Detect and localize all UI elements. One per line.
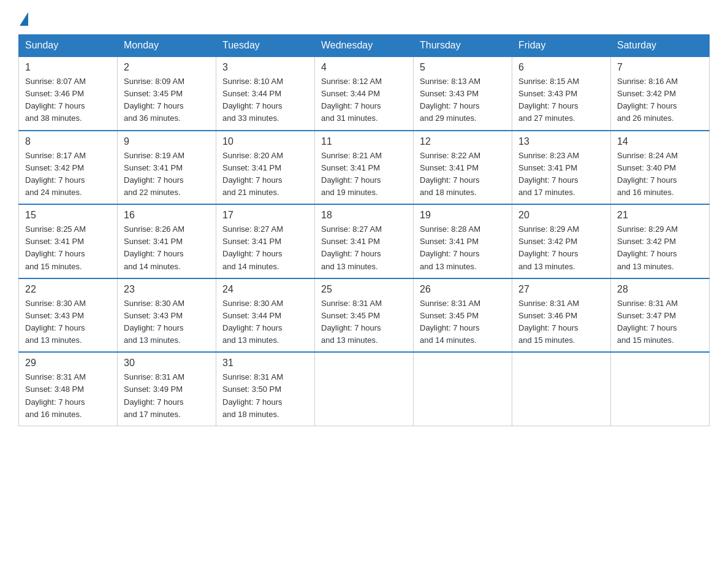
day-number: 31 (222, 358, 308, 369)
weekday-header-tuesday: Tuesday (216, 35, 315, 57)
day-info: Sunrise: 8:16 AM Sunset: 3:42 PM Dayligh… (617, 75, 703, 125)
day-number: 6 (518, 62, 604, 73)
calendar-cell: 24 Sunrise: 8:30 AM Sunset: 3:44 PM Dayl… (216, 278, 315, 353)
day-info: Sunrise: 8:30 AM Sunset: 3:43 PM Dayligh… (25, 297, 111, 347)
day-info: Sunrise: 8:27 AM Sunset: 3:41 PM Dayligh… (321, 223, 407, 273)
logo-triangle-icon (20, 12, 28, 26)
day-info: Sunrise: 8:20 AM Sunset: 3:41 PM Dayligh… (222, 150, 308, 199)
calendar-cell: 10 Sunrise: 8:20 AM Sunset: 3:41 PM Dayl… (216, 131, 315, 205)
calendar-cell (315, 352, 414, 426)
day-number: 12 (420, 136, 506, 147)
day-info: Sunrise: 8:17 AM Sunset: 3:42 PM Dayligh… (25, 150, 111, 199)
day-info: Sunrise: 8:19 AM Sunset: 3:41 PM Dayligh… (124, 150, 210, 199)
day-info: Sunrise: 8:10 AM Sunset: 3:44 PM Dayligh… (222, 75, 308, 125)
day-info: Sunrise: 8:24 AM Sunset: 3:40 PM Dayligh… (617, 150, 703, 199)
day-number: 2 (124, 62, 210, 73)
calendar-week-row: 1 Sunrise: 8:07 AM Sunset: 3:46 PM Dayli… (19, 56, 710, 131)
day-info: Sunrise: 8:23 AM Sunset: 3:41 PM Dayligh… (518, 150, 604, 199)
day-number: 14 (617, 136, 703, 147)
calendar-cell: 30 Sunrise: 8:31 AM Sunset: 3:49 PM Dayl… (118, 352, 216, 426)
calendar-week-row: 22 Sunrise: 8:30 AM Sunset: 3:43 PM Dayl… (19, 278, 710, 353)
day-number: 7 (617, 62, 703, 73)
calendar-cell: 19 Sunrise: 8:28 AM Sunset: 3:41 PM Dayl… (414, 204, 512, 278)
day-info: Sunrise: 8:26 AM Sunset: 3:41 PM Dayligh… (124, 223, 210, 273)
calendar-cell: 1 Sunrise: 8:07 AM Sunset: 3:46 PM Dayli… (19, 56, 118, 131)
day-number: 18 (321, 210, 407, 221)
day-info: Sunrise: 8:31 AM Sunset: 3:48 PM Dayligh… (25, 371, 111, 421)
day-number: 25 (321, 284, 407, 295)
calendar-cell: 13 Sunrise: 8:23 AM Sunset: 3:41 PM Dayl… (512, 131, 611, 205)
day-number: 1 (25, 62, 111, 73)
calendar-cell: 16 Sunrise: 8:26 AM Sunset: 3:41 PM Dayl… (118, 204, 216, 278)
calendar-cell: 25 Sunrise: 8:31 AM Sunset: 3:45 PM Dayl… (315, 278, 414, 353)
day-info: Sunrise: 8:31 AM Sunset: 3:45 PM Dayligh… (321, 297, 407, 347)
day-info: Sunrise: 8:28 AM Sunset: 3:41 PM Dayligh… (420, 223, 506, 273)
calendar-cell: 26 Sunrise: 8:31 AM Sunset: 3:45 PM Dayl… (414, 278, 512, 353)
calendar-cell (512, 352, 611, 426)
day-number: 3 (222, 62, 308, 73)
calendar-body: 1 Sunrise: 8:07 AM Sunset: 3:46 PM Dayli… (19, 56, 710, 426)
weekday-header-monday: Monday (118, 35, 216, 57)
weekday-header-sunday: Sunday (19, 35, 118, 57)
weekday-header-row: SundayMondayTuesdayWednesdayThursdayFrid… (19, 35, 710, 57)
page-header (18, 12, 710, 25)
calendar-cell: 4 Sunrise: 8:12 AM Sunset: 3:44 PM Dayli… (315, 56, 414, 131)
calendar-cell: 29 Sunrise: 8:31 AM Sunset: 3:48 PM Dayl… (19, 352, 118, 426)
calendar-cell: 27 Sunrise: 8:31 AM Sunset: 3:46 PM Dayl… (512, 278, 611, 353)
day-number: 8 (25, 136, 111, 147)
day-info: Sunrise: 8:27 AM Sunset: 3:41 PM Dayligh… (222, 223, 308, 273)
day-info: Sunrise: 8:09 AM Sunset: 3:45 PM Dayligh… (124, 75, 210, 125)
calendar-cell (611, 352, 710, 426)
calendar-week-row: 8 Sunrise: 8:17 AM Sunset: 3:42 PM Dayli… (19, 131, 710, 205)
calendar-cell: 2 Sunrise: 8:09 AM Sunset: 3:45 PM Dayli… (118, 56, 216, 131)
calendar-cell: 9 Sunrise: 8:19 AM Sunset: 3:41 PM Dayli… (118, 131, 216, 205)
day-number: 28 (617, 284, 703, 295)
calendar-cell: 11 Sunrise: 8:21 AM Sunset: 3:41 PM Dayl… (315, 131, 414, 205)
calendar-cell: 31 Sunrise: 8:31 AM Sunset: 3:50 PM Dayl… (216, 352, 315, 426)
day-info: Sunrise: 8:31 AM Sunset: 3:49 PM Dayligh… (124, 371, 210, 421)
calendar-cell: 23 Sunrise: 8:30 AM Sunset: 3:43 PM Dayl… (118, 278, 216, 353)
logo (18, 12, 28, 25)
calendar-cell: 14 Sunrise: 8:24 AM Sunset: 3:40 PM Dayl… (611, 131, 710, 205)
day-info: Sunrise: 8:31 AM Sunset: 3:47 PM Dayligh… (617, 297, 703, 347)
day-number: 24 (222, 284, 308, 295)
day-info: Sunrise: 8:13 AM Sunset: 3:43 PM Dayligh… (420, 75, 506, 125)
day-info: Sunrise: 8:29 AM Sunset: 3:42 PM Dayligh… (518, 223, 604, 273)
day-info: Sunrise: 8:31 AM Sunset: 3:46 PM Dayligh… (518, 297, 604, 347)
day-number: 10 (222, 136, 308, 147)
day-info: Sunrise: 8:15 AM Sunset: 3:43 PM Dayligh… (518, 75, 604, 125)
calendar-cell: 22 Sunrise: 8:30 AM Sunset: 3:43 PM Dayl… (19, 278, 118, 353)
calendar-header: SundayMondayTuesdayWednesdayThursdayFrid… (19, 35, 710, 57)
calendar-cell: 6 Sunrise: 8:15 AM Sunset: 3:43 PM Dayli… (512, 56, 611, 131)
day-number: 5 (420, 62, 506, 73)
day-info: Sunrise: 8:31 AM Sunset: 3:45 PM Dayligh… (420, 297, 506, 347)
day-info: Sunrise: 8:22 AM Sunset: 3:41 PM Dayligh… (420, 150, 506, 199)
calendar-cell: 21 Sunrise: 8:29 AM Sunset: 3:42 PM Dayl… (611, 204, 710, 278)
day-number: 30 (124, 358, 210, 369)
calendar-cell: 5 Sunrise: 8:13 AM Sunset: 3:43 PM Dayli… (414, 56, 512, 131)
calendar-cell: 20 Sunrise: 8:29 AM Sunset: 3:42 PM Dayl… (512, 204, 611, 278)
calendar-cell: 17 Sunrise: 8:27 AM Sunset: 3:41 PM Dayl… (216, 204, 315, 278)
calendar-cell: 18 Sunrise: 8:27 AM Sunset: 3:41 PM Dayl… (315, 204, 414, 278)
day-number: 29 (25, 358, 111, 369)
day-info: Sunrise: 8:30 AM Sunset: 3:43 PM Dayligh… (124, 297, 210, 347)
calendar-week-row: 15 Sunrise: 8:25 AM Sunset: 3:41 PM Dayl… (19, 204, 710, 278)
calendar-cell: 28 Sunrise: 8:31 AM Sunset: 3:47 PM Dayl… (611, 278, 710, 353)
day-number: 26 (420, 284, 506, 295)
day-info: Sunrise: 8:30 AM Sunset: 3:44 PM Dayligh… (222, 297, 308, 347)
calendar-cell: 15 Sunrise: 8:25 AM Sunset: 3:41 PM Dayl… (19, 204, 118, 278)
day-number: 27 (518, 284, 604, 295)
calendar-cell: 8 Sunrise: 8:17 AM Sunset: 3:42 PM Dayli… (19, 131, 118, 205)
day-number: 22 (25, 284, 111, 295)
weekday-header-friday: Friday (512, 35, 611, 57)
logo-text (18, 12, 28, 27)
day-number: 23 (124, 284, 210, 295)
weekday-header-saturday: Saturday (611, 35, 710, 57)
day-info: Sunrise: 8:31 AM Sunset: 3:50 PM Dayligh… (222, 371, 308, 421)
day-info: Sunrise: 8:29 AM Sunset: 3:42 PM Dayligh… (617, 223, 703, 273)
day-info: Sunrise: 8:21 AM Sunset: 3:41 PM Dayligh… (321, 150, 407, 199)
weekday-header-thursday: Thursday (414, 35, 512, 57)
calendar-table: SundayMondayTuesdayWednesdayThursdayFrid… (18, 34, 710, 426)
day-number: 17 (222, 210, 308, 221)
day-number: 20 (518, 210, 604, 221)
